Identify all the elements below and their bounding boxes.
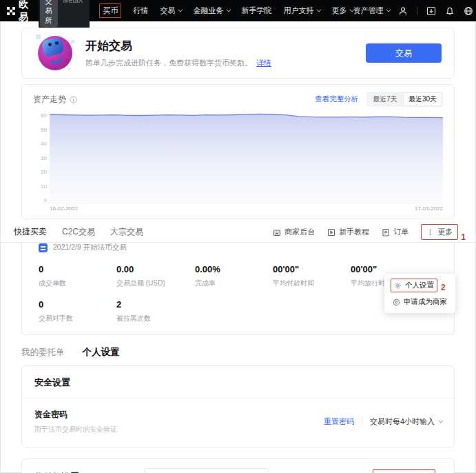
fund-password-title: 资金密码 [34, 409, 117, 421]
more-dots-icon [426, 228, 434, 236]
area-chart [50, 112, 443, 203]
gear-icon [394, 282, 402, 290]
menu-support[interactable]: 用户支持 [283, 6, 320, 16]
play-square-icon [327, 228, 335, 236]
chart-plot-area[interactable] [50, 112, 443, 203]
chevron-down-icon [386, 8, 391, 12]
x-label-start: 16-02-2022 [50, 205, 78, 212]
stat-value: 0 [39, 299, 116, 310]
password-frequency-select[interactable]: 交易时每4小时输入 [370, 416, 442, 427]
menu-financial[interactable]: 金融业务 [193, 6, 229, 16]
annotation-1: 1 [461, 232, 466, 242]
stat-counterparties: 0 交易对手数 [39, 299, 116, 323]
menu-more[interactable]: 更多 [331, 6, 353, 16]
link-label: 新手教程 [339, 227, 369, 237]
link-label: 商家后台 [284, 227, 315, 237]
info-icon[interactable] [70, 96, 77, 103]
add-payment-account-button[interactable]: + 添加收款账号 [373, 469, 435, 473]
toggle-metax[interactable]: MetaX [58, 0, 89, 27]
product-toggle: 交易所 MetaX [39, 0, 90, 28]
stat-label: 交易总额 (USD) [116, 279, 195, 288]
menu-label: 更多 [331, 6, 346, 16]
assets-menu[interactable]: 资产管理 [353, 6, 389, 16]
view-full-analysis-link[interactable]: 查看完整分析 [315, 94, 358, 104]
reset-password-link[interactable]: 重置密码 [324, 416, 354, 427]
stat-value: 0.00% [195, 264, 273, 274]
chevron-down-icon [178, 8, 183, 12]
main-menu: 买币 行情 交易 金融业务 新手学院 用户支持 更多 [99, 3, 353, 18]
okx-logo[interactable]: 欧易 [7, 0, 29, 23]
storefront-icon [273, 228, 281, 236]
download-app-button[interactable] [426, 6, 436, 16]
tab-quick-trade[interactable]: 快捷买卖 [14, 226, 47, 238]
globe-icon [464, 6, 473, 16]
menu-markets[interactable]: 行情 [133, 6, 148, 16]
stat-avg-pay-time: 00'00" 平均付款时间 [273, 264, 351, 288]
menu-label: 买币 [103, 6, 118, 16]
menu-buy-crypto[interactable]: 买币 [99, 3, 121, 18]
top-navbar: 欧易 交易所 MetaX 买币 行情 交易 金融业务 新手学院 用户支持 更多 … [0, 0, 476, 21]
download-icon [426, 6, 436, 16]
menu-label: 交易 [160, 6, 175, 16]
user-icon [398, 6, 408, 16]
menu-label: 行情 [133, 6, 148, 16]
fund-password-block: 资金密码 用于法币交易时的安全验证 [34, 409, 117, 434]
link-label: 订单 [393, 227, 408, 237]
language-button[interactable] [464, 6, 473, 16]
asset-trend-chart: 6050403020100 [33, 112, 443, 203]
merchant-console-link[interactable]: 商家后台 [273, 227, 315, 237]
range-30d[interactable]: 最近30天 [403, 92, 442, 106]
more-dropdown-menu: 个人设置 2 申请成为商家 [384, 274, 455, 313]
calendar-badge-icon [39, 243, 48, 252]
menu-item-label: 申请成为商家 [404, 297, 447, 307]
mascot-image [34, 33, 74, 73]
tutorial-link[interactable]: 新手教程 [327, 227, 369, 237]
notifications-button[interactable] [445, 6, 455, 16]
assets-menu-label: 资产管理 [353, 6, 383, 16]
stat-label: 交易对手数 [39, 314, 116, 323]
document-icon [382, 228, 390, 236]
menu-item-label: 个人设置 [405, 281, 434, 290]
stat-value: 00'00" [273, 264, 351, 274]
trade-button[interactable]: 交易 [366, 43, 442, 63]
divider [22, 398, 454, 399]
main-content: 开始交易 简单几步完成进阶任务，免费获得数字货币奖励。详情 交易 资产走势 查看… [1, 28, 475, 473]
toggle-exchange[interactable]: 交易所 [40, 0, 58, 27]
details-link[interactable]: 详情 [256, 59, 271, 67]
fund-password-desc: 用于法币交易时的安全验证 [34, 425, 117, 434]
tab-my-ads[interactable]: 我的委托单 [21, 347, 65, 359]
x-label-end: 17-03-2022 [415, 205, 443, 212]
profile-button[interactable] [398, 6, 408, 16]
range-7d[interactable]: 最近7天 [367, 92, 403, 106]
menu-item-personal-settings[interactable]: 个人设置 [391, 279, 437, 292]
start-trading-title: 开始交易 [85, 38, 271, 54]
y-axis: 6050403020100 [33, 112, 47, 203]
stat-label: 成交单数 [39, 279, 116, 288]
security-settings-card: 安全设置 资金密码 用于法币交易时的安全验证 重置密码 交易时每4小时输入 [21, 365, 455, 447]
menu-trade[interactable]: 交易 [160, 6, 181, 16]
y-tick-label: 20 [41, 169, 47, 175]
payment-settings-card: 收付款设置 CNY + 添加收款账号 3 [21, 459, 455, 473]
orders-link[interactable]: 订单 [382, 227, 408, 237]
link-label: 更多 [437, 227, 453, 237]
menu-label: 用户支持 [283, 6, 313, 16]
start-trading-card: 开始交易 简单几步完成进阶任务，免费获得数字货币奖励。详情 交易 [21, 28, 455, 79]
stat-completed-orders: 0 成交单数 [39, 264, 116, 288]
divider [362, 418, 362, 425]
more-link[interactable]: 更多 [421, 224, 458, 240]
tab-personal-settings[interactable]: 个人设置 [83, 346, 120, 359]
menu-academy[interactable]: 新手学院 [241, 6, 271, 16]
y-tick-label: 50 [41, 127, 47, 133]
stat-total-volume: 0.00 交易总额 (USD) [116, 264, 195, 288]
stat-value: 2 [116, 299, 195, 310]
tab-block-trade[interactable]: 大宗交易 [110, 226, 143, 238]
y-tick-label: 0 [44, 197, 47, 203]
account-search-box [144, 468, 269, 473]
y-tick-label: 30 [41, 155, 47, 161]
menu-item-become-merchant[interactable]: 申请成为商家 [391, 296, 449, 308]
tab-c2c-trade[interactable]: C2C交易 [62, 226, 95, 238]
frequency-label: 交易时每4小时输入 [370, 416, 435, 427]
chevron-down-icon [438, 419, 443, 423]
stat-label: 完成率 [195, 279, 273, 288]
range-toggle: 最近7天 最近30天 [366, 92, 443, 107]
